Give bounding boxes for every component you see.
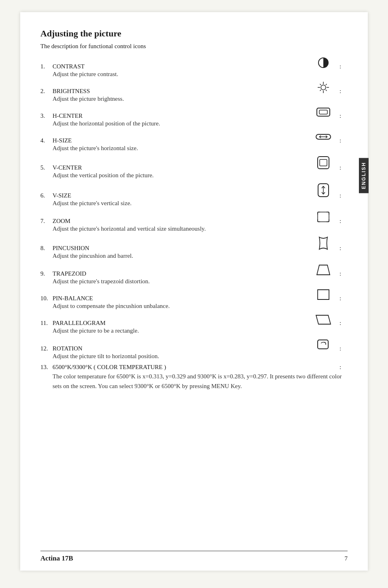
pin-balance-icon bbox=[307, 289, 340, 300]
list-item: 9. TRAPEZOID : Adjust the picture's trap… bbox=[40, 263, 348, 285]
svg-rect-22 bbox=[318, 157, 329, 169]
item-colon: : bbox=[340, 192, 348, 199]
h-center-icon bbox=[307, 106, 340, 118]
svg-line-42 bbox=[325, 342, 326, 343]
svg-line-7 bbox=[326, 90, 327, 91]
brightness-icon bbox=[307, 82, 340, 93]
item-description: Adjust the picture to be a rectangle. bbox=[53, 327, 348, 334]
item-colon: : bbox=[340, 218, 348, 225]
item-colon: : bbox=[340, 270, 348, 277]
subtitle: The description for functional control i… bbox=[40, 43, 348, 50]
item-number: 7. bbox=[40, 218, 53, 225]
svg-marker-40 bbox=[316, 315, 331, 324]
svg-marker-39 bbox=[317, 265, 330, 275]
item-name: BRIGHTNESS bbox=[53, 88, 307, 95]
footer: Actina 17B 7 bbox=[40, 551, 348, 563]
item-name: H-CENTER bbox=[53, 113, 307, 119]
list-item: 7. ZOOM bbox=[40, 211, 348, 232]
svg-point-10 bbox=[323, 82, 324, 83]
svg-rect-30 bbox=[318, 212, 329, 222]
footer-brand: Actina 17B bbox=[40, 554, 73, 563]
item-description: Adjust the picture tilt to horizontal po… bbox=[53, 353, 348, 360]
item-number: 10. bbox=[40, 295, 53, 302]
item-name: PINCUSHION bbox=[53, 245, 307, 252]
item-colon: : bbox=[340, 364, 348, 371]
svg-line-9 bbox=[320, 90, 321, 91]
item-description: Adjust the horizontal position of the pi… bbox=[53, 120, 348, 127]
item-description: Adjust the vertical position of the pict… bbox=[53, 172, 348, 179]
list-item: 13. 6500°K/9300°K ( COLOR TEMPERATURE ) … bbox=[40, 364, 348, 391]
item-description: Adjust the picture's vertical size. bbox=[53, 200, 348, 207]
item-description: Adjust to compensate the pincushion unba… bbox=[53, 303, 348, 310]
item-colon: : bbox=[340, 295, 348, 302]
svg-line-8 bbox=[326, 84, 327, 85]
list-item: 10. PIN-BALANCE : Adjust to compensate t… bbox=[40, 289, 348, 310]
list-item: 1. CONTRAST : Adjust the picture contras… bbox=[40, 57, 348, 78]
language-tab: ENGLISH bbox=[359, 158, 369, 193]
item-colon: : bbox=[340, 164, 348, 171]
list-item: 4. H-SIZE : Adjust the picture's horizon… bbox=[40, 131, 348, 152]
items-list: 1. CONTRAST : Adjust the picture contras… bbox=[40, 57, 348, 391]
item-colon: : bbox=[340, 345, 348, 352]
list-item: 12. ROTATION : Adjust the picture tilt t… bbox=[40, 338, 348, 360]
item-colon: : bbox=[340, 137, 348, 144]
item-name: V-CENTER bbox=[53, 164, 307, 171]
pincushion-icon bbox=[307, 236, 340, 250]
item-number: 9. bbox=[40, 270, 53, 277]
list-item: 5. V-CENTER : Adjust the vertical positi… bbox=[40, 156, 348, 179]
svg-rect-15 bbox=[319, 110, 327, 114]
page-title: Adjusting the picture bbox=[40, 28, 348, 39]
item-name: ZOOM bbox=[53, 218, 307, 225]
h-size-icon bbox=[307, 131, 340, 142]
v-size-icon bbox=[307, 183, 340, 197]
svg-point-12 bbox=[318, 87, 318, 88]
svg-point-1 bbox=[321, 85, 326, 90]
item-number: 12. bbox=[40, 345, 53, 352]
item-number: 4. bbox=[40, 137, 53, 144]
contrast-icon bbox=[307, 57, 340, 68]
item-name: H-SIZE bbox=[53, 137, 307, 144]
item-description: Adjust the pincushion and barrel. bbox=[53, 253, 348, 259]
list-item: 3. H-CENTER : Adjust the horizontal posi… bbox=[40, 106, 348, 127]
footer-page-number: 7 bbox=[345, 555, 348, 562]
parallelogram-icon bbox=[307, 314, 340, 325]
item-number: 11. bbox=[40, 320, 53, 327]
item-colon: : bbox=[340, 63, 348, 70]
item-colon: : bbox=[340, 320, 348, 327]
zoom-icon bbox=[307, 211, 340, 223]
trapezoid-icon bbox=[307, 263, 340, 276]
svg-rect-41 bbox=[318, 340, 328, 349]
list-item: 8. PINCUSHION : Adjust the pincushion an… bbox=[40, 236, 348, 259]
item-description: Adjust the picture brightness. bbox=[53, 96, 348, 102]
svg-rect-14 bbox=[317, 108, 330, 116]
svg-rect-23 bbox=[320, 159, 327, 166]
item-name: ROTATION bbox=[53, 345, 307, 352]
item-description: Adjust the picture's horizontal and vert… bbox=[53, 225, 348, 232]
list-item: 6. V-SIZE : Adjust the picture's vertica… bbox=[40, 183, 348, 207]
item-description: Adjust the picture's horizontal size. bbox=[53, 145, 348, 152]
item-description: The color temperature for 6500°K is x=0.… bbox=[53, 371, 348, 391]
item-name: PIN-BALANCE bbox=[53, 295, 307, 302]
svg-line-6 bbox=[320, 84, 321, 85]
item-colon: : bbox=[340, 113, 348, 119]
page: Adjusting the picture The description fo… bbox=[20, 12, 368, 571]
item-description: Adjust the picture contrast. bbox=[53, 71, 348, 78]
svg-point-13 bbox=[328, 87, 329, 88]
rotation-icon bbox=[307, 338, 340, 350]
item-name: V-SIZE bbox=[53, 192, 307, 199]
item-number: 3. bbox=[40, 113, 53, 119]
item-name: 6500°K/9300°K ( COLOR TEMPERATURE ) bbox=[53, 364, 307, 371]
list-item: 11. PARALLELOGRAM : Adjust the picture t… bbox=[40, 314, 348, 334]
item-name: PARALLELOGRAM bbox=[53, 320, 307, 327]
v-center-icon bbox=[307, 156, 340, 170]
item-number: 13. bbox=[40, 364, 53, 371]
item-number: 6. bbox=[40, 192, 53, 199]
item-number: 5. bbox=[40, 164, 53, 171]
item-number: 2. bbox=[40, 88, 53, 95]
item-number: 8. bbox=[40, 245, 53, 252]
item-description: Adjust the picture's trapezoid distortio… bbox=[53, 278, 348, 285]
item-colon: : bbox=[340, 88, 348, 95]
item-number: 1. bbox=[40, 63, 53, 70]
svg-point-11 bbox=[323, 92, 324, 93]
item-colon: : bbox=[340, 245, 348, 252]
